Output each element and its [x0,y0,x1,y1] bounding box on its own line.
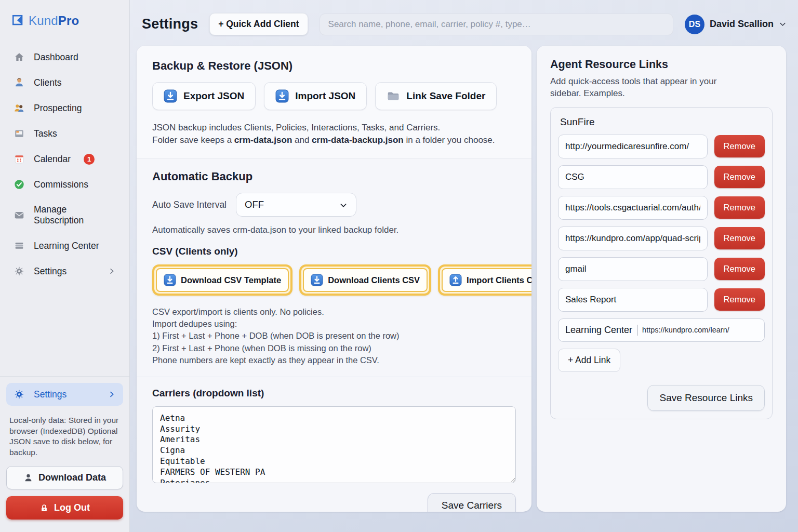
link-save-folder-button[interactable]: Link Save Folder [375,82,497,110]
sidebar-item-prospecting[interactable]: Prospecting [5,97,124,119]
chevron-right-icon [108,267,116,275]
sidebar-item-dashboard[interactable]: Dashboard [5,46,124,69]
remove-link-button[interactable]: Remove [714,135,765,157]
learning-center-link-input[interactable]: Learning Center https://kundpro.com/lear… [558,318,765,342]
download-arrow-icon [164,89,177,103]
carriers-heading: Carriers (dropdown list) [152,388,516,399]
csv-highlight-ring: Download CSV Template [152,264,292,296]
export-json-button[interactable]: Export JSON [152,82,256,110]
remove-link-button[interactable]: Remove [714,227,765,249]
csv-highlight-ring: Download Clients CSV [299,264,431,296]
person-silhouette-icon [23,473,33,483]
sidebar-active-settings[interactable]: Settings [6,383,123,406]
resource-link-row: Remove [558,196,765,220]
content: Backup & Restore (JSON) Export JSON Impo… [130,46,798,532]
profile-name: David Scallion [710,19,774,30]
add-link-button[interactable]: + Add Link [558,349,620,372]
sidebar-item-label: Dashboard [34,52,78,63]
envelope-icon [14,209,25,221]
import-clients-csv-button[interactable]: Import Clients CSV [442,268,531,292]
resource-link-row: Remove [558,227,765,250]
resource-links-subtitle: Add quick-access tools that appear in yo… [550,76,742,100]
download-csv-template-button[interactable]: Download CSV Template [156,268,289,292]
books-icon [14,240,25,251]
sidebar-item-learning-center[interactable]: Learning Center [5,234,124,257]
sidebar-item-label: Manage Subscription [34,204,116,226]
link-url-text: https://kundpro.com/learn/ [642,326,729,334]
remove-link-button[interactable]: Remove [714,196,765,219]
auto-save-interval-value: OFF [245,199,264,210]
divider [137,377,531,377]
save-resource-links-button[interactable]: Save Resource Links [647,385,765,411]
import-json-label: Import JSON [295,90,355,102]
resource-links-group: SunFire Remove Remove Remove Remove [550,107,773,419]
chevron-down-icon [779,20,787,28]
resource-link-input[interactable] [558,227,708,250]
sidebar: KundPro Dashboard Clients Prospecting Ta… [0,0,130,532]
link-name-text: Learning Center [565,325,632,336]
gear-icon [14,389,25,400]
automatic-backup-section: Automatic Backup Auto Save Interval OFF … [137,158,531,512]
resource-link-input[interactable] [558,288,708,312]
brand-name: KundPro [29,14,79,28]
logout-button[interactable]: Log Out [6,496,123,520]
download-arrow-icon [275,89,289,103]
sidebar-bottom: Settings Local-only data: Stored in your… [0,376,129,532]
save-carriers-button[interactable]: Save Carriers [428,493,516,512]
remove-link-button[interactable]: Remove [714,258,765,280]
calendar-badge: 1 [84,154,95,165]
sidebar-item-settings[interactable]: Settings [5,260,124,283]
download-csv-template-label: Download CSV Template [181,275,281,285]
sidebar-item-label: Calendar [34,154,71,165]
sidebar-item-calendar[interactable]: Calendar 1 [5,148,124,170]
csv-notes: CSV export/import is clients only. No po… [152,306,516,366]
avatar[interactable]: DS [685,15,704,34]
sidebar-item-label: Commissions [34,179,88,190]
export-json-label: Export JSON [183,90,244,102]
resource-group-label: SunFire [558,115,765,128]
text-cursor [637,325,637,336]
profile-menu[interactable]: DS David Scallion [685,15,787,34]
auto-backup-caption: Automatically saves crm-data.json to you… [152,225,516,235]
sidebar-item-tasks[interactable]: Tasks [5,122,124,145]
backup-restore-heading: Backup & Restore (JSON) [152,59,516,73]
gear-icon [14,265,25,277]
import-json-button[interactable]: Import JSON [264,82,367,110]
sidebar-item-commissions[interactable]: Commissions [5,173,124,196]
calendar-icon [14,153,25,165]
resource-link-input[interactable] [558,257,708,281]
person-icon [14,77,25,88]
search-input[interactable] [320,14,673,35]
resource-link-row: Remove [558,165,765,189]
csv-buttons: Download CSV Template Download Clients C… [152,264,516,296]
resource-link-input[interactable] [558,196,708,220]
top-bar: Settings + Quick Add Client DS David Sca… [130,0,798,46]
download-data-button[interactable]: Download Data [6,466,123,489]
auto-save-interval-select[interactable]: OFF [236,193,356,217]
resource-link-input[interactable] [558,135,708,158]
download-clients-csv-label: Download Clients CSV [328,275,420,285]
download-clients-csv-button[interactable]: Download Clients CSV [303,268,428,292]
download-arrow-icon [164,274,176,286]
carriers-textarea[interactable]: Aetna Assurity Ameritas Cigna Equitable … [152,406,516,483]
sidebar-item-clients[interactable]: Clients [5,71,124,94]
chevron-right-icon [108,390,116,398]
import-clients-csv-label: Import Clients CSV [467,275,531,285]
lock-icon [39,503,49,513]
resource-links-heading: Agent Resource Links [550,58,773,71]
folder-icon [387,89,400,103]
backup-settings-card: Backup & Restore (JSON) Export JSON Impo… [137,46,531,512]
quick-add-client-button[interactable]: + Quick Add Client [209,13,308,35]
resource-link-row: Remove [558,135,765,158]
main-area: Settings + Quick Add Client DS David Sca… [130,0,798,532]
resource-link-input[interactable] [558,165,708,189]
remove-link-button[interactable]: Remove [714,166,765,188]
people-icon [14,102,25,114]
sidebar-item-manage-subscription[interactable]: Manage Subscription [5,198,124,232]
home-icon [14,51,25,63]
sidebar-item-label: Clients [34,77,62,88]
tasks-tray-icon [14,128,25,139]
remove-link-button[interactable]: Remove [714,288,765,311]
resource-link-row: Remove [558,257,765,281]
page-title: Settings [142,16,198,32]
